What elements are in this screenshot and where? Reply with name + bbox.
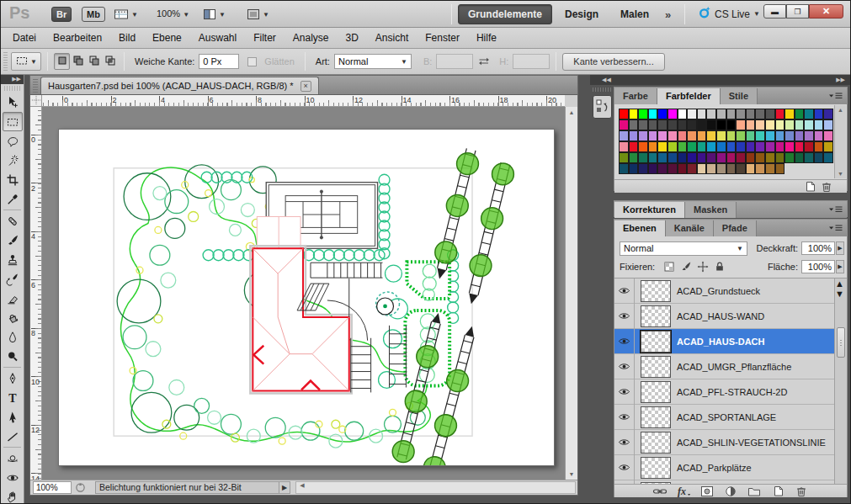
fill-slider-button[interactable]: ▶ [836, 260, 844, 273]
color-swatch[interactable] [629, 152, 639, 163]
color-swatch[interactable] [716, 152, 726, 163]
color-swatch[interactable] [706, 163, 716, 174]
color-swatch[interactable] [726, 109, 737, 119]
magic-wand-tool[interactable] [3, 151, 23, 170]
workspace-tab[interactable]: Grundelemente [458, 4, 552, 24]
scroll-down-icon[interactable]: ▼ [835, 289, 844, 299]
color-swatch[interactable] [804, 109, 814, 119]
color-swatch[interactable] [746, 130, 756, 141]
layer-row[interactable]: ACAD_Grundstueck [614, 279, 834, 304]
workspace-overflow-button[interactable]: » [662, 8, 674, 21]
panel-menu-icon[interactable] [827, 223, 844, 235]
new-layer-button[interactable] [769, 485, 786, 497]
color-swatch[interactable] [746, 141, 756, 152]
color-swatch[interactable] [795, 141, 805, 152]
blend-mode-select[interactable]: Normal▼ [620, 241, 747, 256]
layer-row[interactable]: ACAD_PFL-STRAUCH-2D [614, 379, 834, 405]
color-swatch[interactable] [795, 152, 805, 163]
menu-analyse[interactable]: Analyse [285, 29, 338, 47]
maximize-button[interactable]: ❐ [786, 4, 809, 19]
color-swatch[interactable] [804, 119, 814, 130]
color-swatch[interactable] [678, 130, 688, 141]
scrollbar-thumb[interactable] [837, 327, 845, 358]
color-swatch[interactable] [638, 141, 648, 152]
color-swatch[interactable] [765, 141, 775, 152]
color-swatch[interactable] [736, 141, 746, 152]
color-swatch[interactable] [706, 119, 716, 130]
color-swatch[interactable] [755, 163, 765, 174]
fill-input[interactable]: 100% [801, 260, 835, 273]
color-swatch[interactable] [619, 119, 629, 130]
color-swatch[interactable] [638, 152, 648, 163]
blur-tool[interactable] [3, 327, 23, 347]
color-swatch[interactable] [697, 109, 707, 119]
rectangular-marquee-tool[interactable] [3, 112, 23, 131]
color-swatch[interactable] [648, 163, 658, 174]
delete-swatch-button[interactable] [818, 181, 835, 193]
menu-auswahl[interactable]: Auswahl [190, 29, 245, 47]
healing-brush-tool[interactable] [3, 211, 23, 231]
eraser-tool[interactable] [3, 289, 23, 308]
selection-new-button[interactable] [54, 53, 70, 70]
color-swatch[interactable] [823, 109, 833, 119]
eyedropper-tool[interactable] [3, 189, 23, 209]
color-swatch[interactable] [765, 152, 775, 163]
workspace-tab[interactable]: Design [556, 5, 608, 24]
layer-thumbnail[interactable] [641, 432, 671, 454]
layers-tab-ebenen[interactable]: Ebenen [614, 220, 666, 236]
document-close-icon[interactable]: × [301, 81, 311, 92]
adjustments-tab-korrekturen[interactable]: Korrekturen [614, 202, 685, 218]
layer-thumbnail[interactable] [641, 457, 671, 479]
color-swatch[interactable] [697, 119, 707, 130]
swatches-tab-farbe[interactable]: Farbe [614, 88, 657, 104]
layer-visibility-toggle[interactable] [614, 304, 635, 329]
color-swatch[interactable] [823, 141, 833, 152]
color-swatch[interactable] [648, 141, 658, 152]
scroll-up-icon[interactable]: ▲ [835, 279, 844, 289]
color-swatch[interactable] [619, 109, 629, 119]
color-swatch[interactable] [687, 163, 697, 174]
new-swatch-button[interactable] [801, 181, 818, 193]
dodge-tool[interactable] [3, 347, 23, 366]
color-swatch[interactable] [619, 130, 629, 141]
zoom-level-control[interactable]: 100% ▼ [157, 8, 189, 19]
color-swatch[interactable] [697, 130, 707, 141]
menu-bearbeiten[interactable]: Bearbeiten [45, 29, 110, 47]
layer-thumbnail[interactable] [641, 356, 671, 378]
canvas-page[interactable] [58, 129, 555, 466]
color-swatch[interactable] [765, 130, 775, 141]
style-select[interactable]: Normal▼ [334, 54, 412, 69]
layer-visibility-toggle[interactable] [614, 455, 635, 480]
color-swatch[interactable] [814, 152, 824, 163]
selection-intersect-button[interactable] [102, 53, 118, 70]
paint-bucket-tool[interactable] [3, 308, 23, 327]
vertical-ruler[interactable]: 02468101214 [30, 107, 42, 480]
color-swatch[interactable] [657, 109, 668, 119]
menu-datei[interactable]: Datei [4, 29, 45, 47]
antialias-checkbox[interactable] [247, 57, 257, 66]
layer-visibility-toggle[interactable] [614, 279, 635, 304]
panel-menu-icon[interactable] [827, 91, 844, 103]
color-swatch[interactable] [795, 130, 805, 141]
opacity-input[interactable]: 100% [801, 241, 835, 255]
color-swatch[interactable] [657, 141, 668, 152]
color-swatch[interactable] [706, 152, 716, 163]
color-swatch[interactable] [697, 141, 707, 152]
color-swatch[interactable] [687, 109, 697, 119]
lasso-tool[interactable] [3, 131, 23, 151]
color-swatch[interactable] [726, 141, 737, 152]
color-swatch[interactable] [706, 109, 716, 119]
color-swatch[interactable] [746, 163, 756, 174]
color-swatch[interactable] [785, 152, 795, 163]
layer-visibility-toggle[interactable] [614, 430, 635, 455]
add-mask-button[interactable] [699, 485, 715, 497]
color-swatch[interactable] [697, 163, 707, 174]
lock-position-button[interactable] [696, 261, 710, 273]
3d-rotate-tool[interactable] [3, 448, 23, 468]
menu-3d[interactable]: 3D [338, 29, 367, 47]
scroll-down-icon[interactable]: ▼ [835, 171, 846, 177]
color-swatch[interactable] [629, 141, 639, 152]
color-swatch[interactable] [678, 109, 688, 119]
color-swatch[interactable] [657, 152, 668, 163]
layer-row[interactable]: ACAD_SHLIN-VEGETATIONSLINIE [614, 430, 834, 455]
